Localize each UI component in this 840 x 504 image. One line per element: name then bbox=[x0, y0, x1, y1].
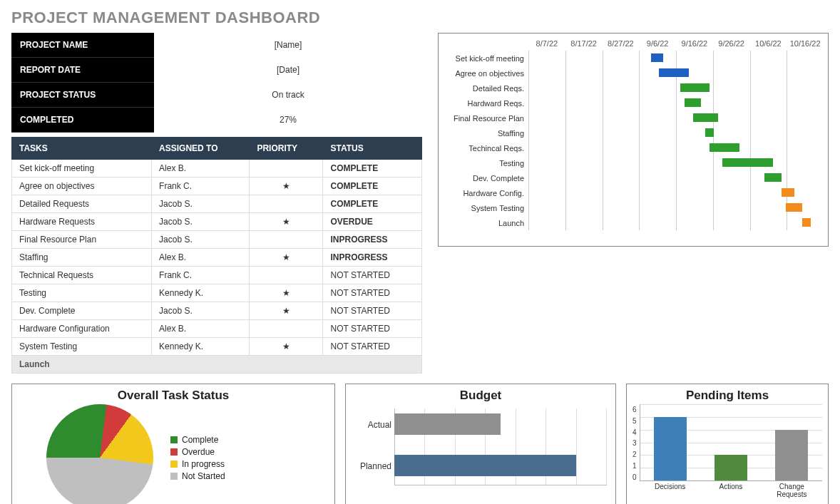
vbar-y-tick: 6 bbox=[632, 406, 637, 413]
task-assignee: Alex B. bbox=[152, 320, 250, 338]
legend-label: In progress bbox=[182, 459, 225, 469]
info-value: [Date] bbox=[154, 58, 422, 83]
vbar-y-tick: 4 bbox=[632, 428, 637, 436]
info-label: COMPLETED bbox=[11, 108, 154, 133]
task-status: INPROGRESS bbox=[323, 249, 422, 267]
info-value: 27% bbox=[154, 108, 422, 133]
task-name: Staffing bbox=[12, 249, 152, 267]
task-assignee: Kennedy K. bbox=[152, 284, 250, 302]
gantt-row: Hardward Reqs. bbox=[443, 96, 824, 110]
task-assignee: Alex B. bbox=[152, 249, 250, 267]
gantt-label: Set kick-off meeting bbox=[443, 54, 528, 63]
gantt-label: System Testing bbox=[443, 204, 528, 212]
info-value: [Name] bbox=[154, 33, 422, 58]
gantt-row: Dev. Complete bbox=[443, 170, 824, 185]
task-name: Agree on objectives bbox=[12, 178, 152, 195]
table-footer-row: Launch bbox=[12, 356, 422, 374]
vbar-x-label: Change Requests bbox=[770, 483, 813, 504]
gantt-bar bbox=[685, 98, 702, 107]
task-priority bbox=[250, 231, 323, 249]
gantt-chart: 8/7/228/17/228/27/229/6/229/16/229/26/22… bbox=[438, 33, 829, 247]
table-row: Set kick-off meetingAlex B.COMPLETE bbox=[12, 160, 422, 178]
task-status: NOT STARTED bbox=[323, 267, 422, 284]
table-row: Hardware ConfigurationAlex B.NOT STARTED bbox=[12, 320, 422, 338]
gantt-x-tick: 8/27/22 bbox=[603, 36, 640, 51]
task-name: Technical Requests bbox=[12, 267, 152, 284]
legend-item: Complete bbox=[170, 435, 225, 445]
info-label: REPORT DATE bbox=[11, 58, 154, 83]
pie-chart-card: Overall Task Status CompleteOverdueIn pr… bbox=[11, 384, 335, 504]
gantt-row: Hardware Config. bbox=[443, 185, 824, 200]
gantt-label: Staffing bbox=[443, 129, 528, 138]
legend-swatch bbox=[170, 436, 178, 443]
task-priority bbox=[250, 160, 323, 178]
task-status: NOT STARTED bbox=[323, 302, 422, 320]
table-row: Dev. CompleteJacob S.★NOT STARTED bbox=[12, 302, 422, 320]
task-priority: ★ bbox=[250, 284, 323, 302]
task-name: Hardware Configuration bbox=[12, 320, 152, 338]
table-row: Detailed RequestsJacob S.COMPLETE bbox=[12, 195, 422, 213]
gantt-row: Staffing bbox=[443, 125, 824, 140]
legend-swatch bbox=[170, 473, 178, 480]
task-name: Set kick-off meeting bbox=[12, 160, 152, 178]
table-row: StaffingAlex B.★INPROGRESS bbox=[12, 249, 422, 267]
hbar-bar bbox=[394, 455, 576, 476]
vbar-bar bbox=[654, 417, 687, 480]
task-status: NOT STARTED bbox=[323, 284, 422, 302]
task-name: Hardware Requests bbox=[12, 213, 152, 231]
legend-label: Overdue bbox=[182, 447, 215, 457]
gantt-row: Launch bbox=[443, 215, 824, 230]
task-assignee: Alex B. bbox=[152, 160, 250, 178]
vbar-bar bbox=[714, 455, 747, 480]
gantt-bar bbox=[710, 143, 739, 152]
gantt-row: Detailed Reqs. bbox=[443, 81, 824, 96]
task-name: System Testing bbox=[12, 338, 152, 356]
table-header: TASKS bbox=[12, 138, 152, 160]
task-assignee: Jacob S. bbox=[152, 302, 250, 320]
gantt-label: Hardware Config. bbox=[443, 189, 528, 197]
hbar-bar bbox=[394, 413, 501, 435]
gantt-label: Agree on objectives bbox=[443, 69, 528, 78]
gantt-bar bbox=[659, 68, 688, 77]
info-label: PROJECT NAME bbox=[11, 33, 154, 58]
task-name: Final Resource Plan bbox=[12, 231, 152, 249]
vbar-bar bbox=[775, 430, 808, 480]
gantt-row: Techincal Reqs. bbox=[443, 140, 824, 155]
task-assignee: Jacob S. bbox=[152, 195, 250, 213]
gantt-label: Techincal Reqs. bbox=[443, 144, 528, 153]
gantt-x-tick: 9/26/22 bbox=[713, 36, 750, 51]
pending-chart-title: Pending Items bbox=[632, 389, 822, 403]
table-header: PRIORITY bbox=[250, 138, 323, 160]
legend-label: Complete bbox=[182, 435, 218, 445]
gantt-label: Launch bbox=[443, 219, 528, 227]
budget-chart-card: Budget ActualPlanned 20,00030,00040,0005… bbox=[345, 384, 616, 504]
gantt-bar bbox=[802, 218, 811, 227]
gantt-x-tick: 9/16/22 bbox=[676, 36, 713, 51]
pending-chart-card: Pending Items 6543210 DecisionsActionsCh… bbox=[626, 384, 829, 504]
legend-swatch bbox=[170, 461, 178, 468]
task-priority: ★ bbox=[250, 338, 323, 356]
gantt-bar bbox=[705, 128, 714, 137]
table-row: Final Resource PlanJacob S.INPROGRESS bbox=[12, 231, 422, 249]
task-status: INPROGRESS bbox=[323, 231, 422, 249]
footer-label: Launch bbox=[12, 356, 422, 374]
task-assignee: Jacob S. bbox=[152, 231, 250, 249]
gantt-label: Detailed Reqs. bbox=[443, 84, 528, 93]
gantt-row: Final Resource Plan bbox=[443, 110, 824, 125]
gantt-x-tick: 9/6/22 bbox=[639, 36, 676, 51]
task-status: COMPLETE bbox=[323, 178, 422, 195]
vbar-y-tick: 3 bbox=[632, 439, 637, 447]
info-value: On track bbox=[154, 83, 422, 108]
hbar-label: Planned bbox=[352, 461, 391, 471]
vbar-y-tick: 0 bbox=[632, 473, 637, 481]
gantt-x-tick: 10/16/22 bbox=[787, 36, 824, 51]
task-name: Detailed Requests bbox=[12, 195, 152, 213]
budget-chart-title: Budget bbox=[352, 389, 610, 403]
pie-chart-title: Overall Task Status bbox=[18, 389, 329, 403]
task-priority: ★ bbox=[250, 178, 323, 195]
task-status: COMPLETE bbox=[323, 195, 422, 213]
gantt-label: Hardward Reqs. bbox=[443, 99, 528, 108]
task-status: COMPLETE bbox=[323, 160, 422, 178]
hbar-label: Actual bbox=[352, 420, 391, 430]
gantt-bar bbox=[693, 113, 718, 122]
